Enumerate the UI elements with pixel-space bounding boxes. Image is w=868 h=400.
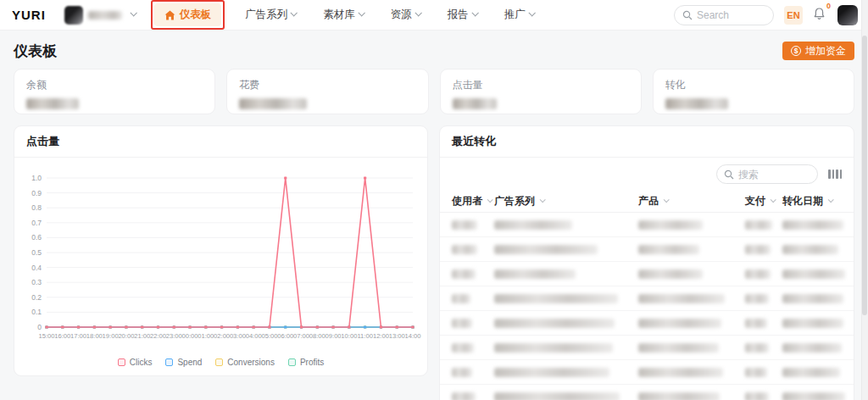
stat-card-2: 点击量: [440, 69, 642, 114]
table-row[interactable]: [440, 311, 854, 336]
table-row[interactable]: [440, 237, 854, 262]
cell-value-redacted: [782, 319, 843, 328]
clicks-panel-title: 点击量: [14, 126, 427, 158]
svg-text:03:00: 03:00: [230, 332, 246, 340]
table-search-input[interactable]: [738, 169, 806, 181]
legend-item-profits[interactable]: Profits: [288, 358, 324, 367]
column-header-0[interactable]: 使用者: [452, 194, 494, 208]
notifications-button[interactable]: 0: [813, 7, 826, 24]
clicks-chart-panel: 点击量 00.10.20.30.40.50.60.70.80.91.015:00…: [14, 125, 428, 376]
dollar-circle-icon: $: [791, 46, 801, 56]
annotation-red-box: 仪表板: [151, 0, 225, 30]
chevron-down-icon: [415, 9, 421, 16]
svg-text:06:00: 06:00: [277, 332, 293, 340]
cell-value-redacted: [638, 220, 703, 230]
nav-item-5[interactable]: 推广: [494, 3, 544, 26]
svg-text:0.4: 0.4: [31, 264, 42, 272]
cell-value-redacted: [745, 368, 767, 377]
legend-item-clicks[interactable]: Clicks: [118, 358, 153, 367]
cell-value-redacted: [638, 245, 699, 254]
table-row[interactable]: [440, 336, 854, 360]
cell-value-redacted: [745, 319, 767, 328]
chart-legend: ClicksSpendConversionsProfits: [18, 358, 424, 367]
cell-value-redacted: [452, 392, 476, 400]
svg-text:12:00: 12:00: [373, 332, 389, 340]
legend-swatch: [215, 358, 223, 366]
nav-item-3[interactable]: 资源: [381, 3, 431, 26]
column-header-label: 使用者: [452, 194, 482, 208]
table-row[interactable]: [440, 360, 854, 385]
stat-card-label: 转化: [665, 78, 842, 92]
legend-label: Profits: [300, 358, 324, 367]
stat-card-value-redacted: [26, 98, 79, 109]
add-funds-label: 增加资金: [805, 44, 846, 58]
column-header-2[interactable]: 产品: [638, 194, 745, 208]
nav-item-0[interactable]: 仪表板: [154, 3, 222, 26]
cell-value-redacted: [782, 245, 838, 254]
stat-card-label: 花费: [239, 78, 415, 92]
column-settings-icon[interactable]: [828, 169, 842, 179]
nav-item-1[interactable]: 广告系列: [235, 3, 306, 26]
table-search[interactable]: [716, 164, 818, 184]
language-badge[interactable]: EN: [784, 6, 803, 25]
search-icon: [682, 10, 693, 20]
cell-value-redacted: [782, 392, 845, 400]
user-avatar[interactable]: [837, 5, 858, 25]
page-title: 仪表板: [14, 42, 57, 61]
legend-item-conversions[interactable]: Conversions: [215, 358, 275, 367]
legend-item-spend[interactable]: Spend: [165, 358, 202, 367]
svg-text:0.6: 0.6: [31, 233, 42, 242]
table-row[interactable]: [440, 213, 854, 237]
cell-value-redacted: [782, 368, 840, 377]
global-search[interactable]: [674, 5, 774, 25]
main-nav: 仪表板广告系列素材库资源报告推广: [147, 0, 544, 30]
svg-text:0.1: 0.1: [31, 308, 42, 316]
svg-text:18:00: 18:00: [86, 332, 103, 340]
table-row[interactable]: [440, 286, 854, 311]
cell-value-redacted: [745, 245, 771, 254]
cell-value-redacted: [745, 392, 769, 400]
svg-text:10:00: 10:00: [341, 332, 357, 340]
table-row[interactable]: [440, 385, 854, 400]
stat-card-value-redacted: [239, 98, 307, 109]
table-row[interactable]: [440, 262, 854, 286]
cell-value-redacted: [452, 269, 476, 279]
cell-value-redacted: [638, 368, 723, 377]
column-header-4[interactable]: 转化日期: [782, 194, 842, 208]
scrollbar-thumb[interactable]: [862, 36, 867, 315]
svg-text:08:00: 08:00: [309, 332, 326, 340]
chevron-down-icon: [291, 9, 298, 16]
svg-text:0: 0: [37, 323, 42, 331]
cell-value-redacted: [745, 343, 769, 353]
recent-conversions-panel: 最近转化 使用者广告系列产品支付转化日期: [439, 125, 854, 400]
cell-value-redacted: [638, 269, 703, 279]
cell-value-redacted: [638, 294, 725, 303]
column-header-3[interactable]: 支付: [745, 194, 782, 208]
page-scrollbar: [861, 0, 868, 400]
chevron-down-icon: [130, 9, 136, 16]
nav-item-4[interactable]: 报告: [437, 3, 487, 26]
global-search-input[interactable]: [697, 9, 765, 21]
cell-value-redacted: [452, 319, 472, 328]
svg-text:0.8: 0.8: [31, 203, 42, 212]
cell-value-redacted: [494, 392, 620, 400]
cell-value-redacted: [638, 319, 721, 328]
dashboard-page: 仪表板 $ 增加资金 余额花费点击量转化 点击量 00.10.20.30.40.…: [0, 31, 868, 400]
account-selector[interactable]: [64, 6, 136, 25]
nav-item-2[interactable]: 素材库: [313, 3, 374, 26]
notification-count-badge: 0: [826, 2, 831, 10]
svg-text:09:00: 09:00: [326, 332, 342, 340]
chevron-down-icon: [471, 9, 478, 16]
svg-text:1.0: 1.0: [31, 174, 42, 182]
column-header-1[interactable]: 广告系列: [494, 194, 638, 208]
svg-text:05:00: 05:00: [261, 332, 277, 340]
stat-card-3: 转化: [653, 69, 854, 114]
nav-item-label: 报告: [448, 8, 469, 22]
add-funds-button[interactable]: $ 增加资金: [782, 42, 854, 60]
cell-value-redacted: [638, 392, 720, 400]
cell-value-redacted: [452, 368, 472, 377]
svg-text:0.7: 0.7: [31, 219, 42, 227]
svg-text:16:00: 16:00: [54, 332, 70, 340]
svg-text:19:00: 19:00: [103, 332, 119, 340]
legend-swatch: [165, 358, 173, 366]
